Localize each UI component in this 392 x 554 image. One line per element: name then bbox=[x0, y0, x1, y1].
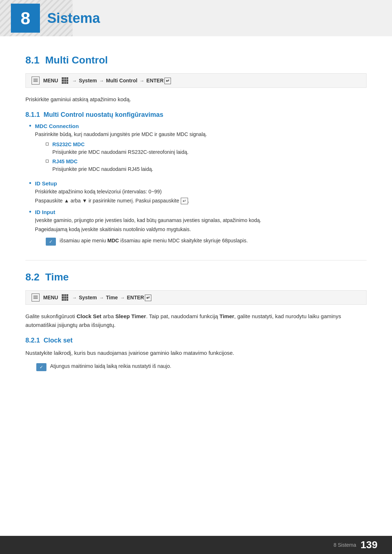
bullet-dot-idinput: • bbox=[29, 208, 31, 216]
bullet-content-idinput: ID Input Įveskite gaminio, prijungto pri… bbox=[35, 209, 367, 249]
nav-multicontrol-8-1: Multi Control bbox=[106, 78, 137, 83]
nav-enter-8-1: ENTER↵ bbox=[146, 78, 171, 83]
nav-time-8-2: Time bbox=[106, 295, 118, 300]
svg-rect-4 bbox=[33, 297, 38, 298]
menu-nav-8-2: MENU → System → Time → ENTER↵ bbox=[25, 290, 367, 305]
sub-bullet-content-rs232c: RS232C MDC Prisijunkite prie MDC naudoda… bbox=[52, 141, 367, 156]
enter-key-idsetup: ↵ bbox=[181, 198, 188, 204]
note-icon-idinput bbox=[46, 238, 56, 246]
footer-section-label: 8 Sistema bbox=[334, 542, 356, 548]
menu-symbol-icon-8-2 bbox=[33, 295, 38, 300]
menu-label-8-2: MENU bbox=[43, 295, 58, 300]
nav-system-8-2: System bbox=[79, 295, 97, 300]
subsection-8-1-1-header: 8.1.1 Multi Control nuostatų konfigūravi… bbox=[25, 111, 367, 119]
clock-set-bold: Clock Set bbox=[77, 313, 101, 319]
main-content: 8.1 Multi Control MENU → System → Multi … bbox=[0, 36, 392, 404]
section-8-2-intro: Galite sukonfigūruoti Clock Set arba Sle… bbox=[25, 312, 367, 329]
triangle-down-icon bbox=[82, 198, 87, 204]
enter-key-icon-8-2: ↵ bbox=[145, 295, 151, 301]
bullet-desc-idsetup-1: Priskirkite atpažinimo kodą televizoriui… bbox=[35, 188, 367, 196]
footer-page-number: 139 bbox=[360, 539, 377, 551]
bullet-label-idsetup: ID Setup bbox=[35, 180, 57, 186]
page-footer: 8 Sistema 139 bbox=[0, 536, 392, 554]
note-box-8-2-1: Atjungus maitinimo laidą laiką reikia nu… bbox=[36, 362, 367, 371]
triangle-up-icon bbox=[64, 198, 69, 204]
chapter-number: 8 bbox=[21, 8, 30, 28]
bullet-dot-idsetup: • bbox=[29, 180, 31, 187]
bullet-label-mdc: MDC Connection bbox=[35, 123, 79, 129]
sub-bullet-rs232c: RS232C MDC Prisijunkite prie MDC naudoda… bbox=[46, 141, 367, 156]
enter-key-icon-8-1: ↵ bbox=[164, 78, 171, 84]
sub-bullet-desc-rs232c: Prisijunkite prie MDC naudodami RS232C-s… bbox=[52, 148, 367, 156]
page-header: 8 Sistema bbox=[0, 0, 392, 36]
bullet-id-input: • ID Input Įveskite gaminio, prijungto p… bbox=[29, 209, 367, 249]
bullet-content-mdc: MDC Connection Pasirinkite būdą, kurį na… bbox=[35, 123, 367, 176]
menu-label-8-1: MENU bbox=[43, 78, 58, 83]
grid-icon-8-1 bbox=[62, 77, 68, 84]
nav-arrow-2-8-2: → bbox=[99, 295, 104, 300]
svg-rect-0 bbox=[33, 79, 38, 79]
note-text-8-2-1: Atjungus maitinimo laidą laiką reikia nu… bbox=[50, 362, 171, 370]
nav-arrow-2-8-1: → bbox=[99, 78, 104, 83]
svg-rect-2 bbox=[33, 81, 38, 82]
section-8-2-header: 8.2 Time bbox=[25, 271, 367, 283]
sub-bullet-label-rs232c: RS232C MDC bbox=[52, 141, 85, 147]
bullet-item-mdc: • MDC Connection Pasirinkite būdą, kurį … bbox=[29, 123, 367, 176]
bullet-label-idinput: ID Input bbox=[35, 209, 55, 215]
bullet-desc-idsetup-2: Paspauskite arba ir pasirinkite numerį. … bbox=[35, 197, 367, 205]
bullet-item-idsetup: • ID Setup Priskirkite atpažinimo kodą t… bbox=[29, 180, 367, 205]
note-text-content-idinput: išsamiau apie meniu MDC skaitykite skyri… bbox=[121, 238, 248, 243]
svg-rect-3 bbox=[33, 296, 38, 296]
subsection-8-2-1-body: Nustatykite laikrodį, kuris bus naudojam… bbox=[25, 349, 367, 357]
section-8-1-header: 8.1 Multi Control bbox=[25, 54, 367, 66]
note-box-idinput: išsamiau apie meniu MDC išsamiau apie me… bbox=[46, 237, 367, 246]
nav-enter-8-2: ENTER↵ bbox=[127, 295, 151, 300]
menu-nav-8-1: MENU → System → Multi Control → ENTER↵ bbox=[25, 73, 367, 88]
sub-bullet-square-rj45 bbox=[46, 160, 49, 163]
sub-bullet-content-rj45: RJ45 MDC Prisijunkite prie MDC naudodami… bbox=[52, 158, 367, 173]
sub-bullet-square-rs232c bbox=[46, 143, 49, 145]
note-bold-mdc: MDC bbox=[107, 238, 119, 243]
section-divider-8-1-2 bbox=[25, 260, 367, 260]
nav-system-8-1: System bbox=[79, 78, 97, 83]
bullet-desc-idinput-2: Pageidaujamą kodą įveskite skaitiniais n… bbox=[35, 226, 367, 233]
note-text-idinput: išsamiau apie meniu MDC išsamiau apie me… bbox=[60, 237, 248, 245]
menu-symbol-icon bbox=[33, 78, 38, 83]
nav-arrow-1-8-2: → bbox=[72, 295, 77, 300]
chapter-title: Sistema bbox=[47, 11, 100, 26]
sub-bullet-rj45: RJ45 MDC Prisijunkite prie MDC naudodami… bbox=[46, 158, 367, 173]
bullet-content-idsetup: ID Setup Priskirkite atpažinimo kodą tel… bbox=[35, 180, 367, 205]
nav-arrow-3-8-2: → bbox=[120, 295, 124, 300]
bullet-desc-idinput-1: Įveskite gaminio, prijungto prie įvestie… bbox=[35, 217, 367, 224]
svg-rect-5 bbox=[33, 298, 38, 299]
grid-icon-8-2 bbox=[62, 294, 68, 301]
nav-arrow-1-8-1: → bbox=[72, 78, 77, 83]
subsection-8-2-1-header: 8.2.1 Clock set bbox=[25, 337, 367, 344]
sub-bullet-desc-rj45: Prisijunkite prie MDC naudodami RJ45 lai… bbox=[52, 165, 367, 173]
bullet-id-setup: • ID Setup Priskirkite atpažinimo kodą t… bbox=[29, 180, 367, 205]
bullet-desc-mdc: Pasirinkite būdą, kurį naudodami jungsit… bbox=[35, 131, 367, 138]
svg-rect-1 bbox=[33, 80, 38, 81]
bullet-item-idinput: • ID Input Įveskite gaminio, prijungto p… bbox=[29, 209, 367, 249]
bullet-mdc-connection: • MDC Connection Pasirinkite būdą, kurį … bbox=[29, 123, 367, 176]
sub-bullet-label-rj45: RJ45 MDC bbox=[52, 159, 77, 164]
section-8-1-intro: Priskirkite gaminiui atskirą atpažinimo … bbox=[25, 95, 367, 104]
sleep-timer-bold: Sleep Timer bbox=[115, 313, 146, 319]
note-icon-8-2-1 bbox=[36, 363, 46, 371]
timer-bold: Timer bbox=[220, 313, 234, 319]
sub-bullets-mdc: RS232C MDC Prisijunkite prie MDC naudoda… bbox=[46, 141, 367, 173]
menu-icon-8-2 bbox=[32, 294, 40, 301]
nav-arrow-3-8-1: → bbox=[139, 78, 144, 83]
menu-icon-8-1 bbox=[32, 77, 40, 85]
bullet-dot-mdc: • bbox=[29, 122, 31, 130]
chapter-box: 8 bbox=[11, 4, 40, 33]
